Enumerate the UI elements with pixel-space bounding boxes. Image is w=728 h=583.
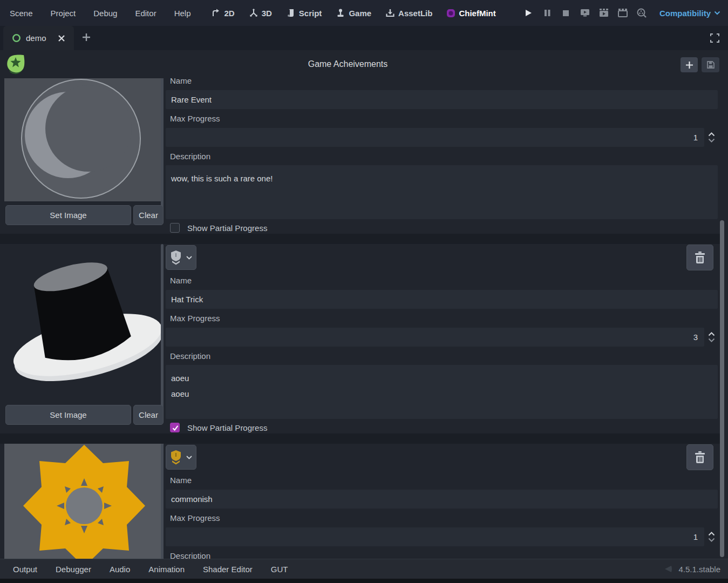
max-progress-spinbox[interactable]: [166, 328, 704, 347]
gold-badge-icon: [170, 450, 182, 465]
panel-title: Game Acheivements: [0, 59, 728, 69]
achievement-image-top-hat: [4, 244, 164, 401]
menu-scene[interactable]: Scene: [5, 6, 37, 20]
play-button[interactable]: [522, 7, 534, 19]
delete-achievement-button[interactable]: [686, 245, 713, 270]
bottom-tab-audio[interactable]: Audio: [106, 563, 133, 575]
name-label: Name: [170, 78, 192, 85]
2d-icon: [211, 8, 221, 18]
name-input[interactable]: [166, 290, 718, 309]
assetlib-icon: [385, 8, 395, 18]
spin-down-icon[interactable]: [708, 538, 715, 542]
add-achievement-button[interactable]: [681, 57, 698, 72]
3d-icon: [249, 8, 258, 18]
pause-button[interactable]: [541, 7, 553, 19]
add-tab-button[interactable]: [81, 32, 92, 43]
max-progress-spinbox[interactable]: [166, 128, 704, 147]
chevron-down-icon: [186, 256, 192, 260]
check-icon: [172, 424, 179, 431]
script-icon: [286, 8, 296, 18]
stop-button[interactable]: [560, 7, 572, 19]
renderer-selector[interactable]: Compatibility: [659, 9, 720, 18]
achievements-scroll-area[interactable]: Set Image Clear Name Max Progress Descri…: [0, 78, 728, 559]
menu-debug[interactable]: Debug: [89, 6, 121, 20]
set-image-button[interactable]: Set Image: [5, 205, 131, 225]
godot-editor-window: Scene Project Debug Editor Help 2D 3D: [0, 0, 728, 583]
spin-up-icon[interactable]: [708, 532, 715, 536]
badge-dropdown-silver[interactable]: [166, 245, 196, 270]
chiefmint-icon: [446, 9, 455, 18]
bottom-tab-output[interactable]: Output: [10, 563, 40, 575]
main-menus: Scene Project Debug Editor Help: [0, 6, 195, 20]
version-label: 4.5.1.stable: [678, 565, 720, 574]
workspace-game-button[interactable]: Game: [334, 6, 373, 20]
menu-editor[interactable]: Editor: [131, 6, 160, 20]
name-input[interactable]: [166, 90, 718, 109]
spin-down-icon[interactable]: [708, 338, 715, 342]
show-partial-label: Show Partial Progress: [187, 423, 267, 432]
show-partial-checkbox[interactable]: [170, 223, 180, 233]
clear-image-button[interactable]: Clear: [133, 205, 164, 225]
trash-icon: [694, 451, 706, 464]
badge-dropdown-gold[interactable]: [166, 445, 196, 470]
window-bottom-edge: [0, 579, 728, 583]
max-progress-label: Max Progress: [170, 513, 220, 523]
bottom-tab-animation[interactable]: Animation: [145, 563, 188, 575]
set-image-button[interactable]: Set Image: [5, 405, 131, 425]
image-scrollbar[interactable]: [161, 444, 164, 559]
description-textarea[interactable]: aoeu aoeu: [166, 365, 718, 419]
movie-maker-button[interactable]: [617, 7, 629, 19]
spin-up-icon[interactable]: [708, 332, 715, 336]
name-input[interactable]: [166, 490, 718, 509]
bottom-tab-shader-editor[interactable]: Shader Editor: [200, 563, 256, 575]
spin-up-icon[interactable]: [708, 132, 715, 137]
save-achievements-button[interactable]: [702, 57, 719, 72]
delete-achievement-button[interactable]: [686, 444, 713, 470]
run-current-scene-button[interactable]: [579, 7, 591, 19]
description-textarea[interactable]: wow, this is such a rare one!: [166, 165, 718, 219]
workspace-chiefmint-button[interactable]: ChiefMint: [444, 6, 498, 20]
clear-image-button[interactable]: Clear: [133, 405, 164, 425]
max-progress-spinbox[interactable]: [166, 527, 704, 546]
spinbox-arrows: [706, 128, 717, 147]
entry-divider: [0, 433, 720, 444]
achievement-image-crescent-moon: [4, 78, 164, 201]
run-specific-scene-button[interactable]: [598, 7, 610, 19]
scene-node-icon: [12, 33, 21, 43]
name-label: Name: [170, 276, 192, 285]
entry-divider: [0, 234, 720, 244]
menu-project[interactable]: Project: [46, 6, 80, 20]
profiler-reel-button[interactable]: [636, 7, 648, 19]
bottom-tab-debugger[interactable]: Debugger: [52, 563, 94, 575]
expand-panel-icon[interactable]: [710, 33, 719, 43]
workspace-switcher: 2D 3D Script Game: [209, 6, 498, 20]
vertical-scrollbar-thumb[interactable]: [720, 220, 724, 557]
menu-bar: Scene Project Debug Editor Help 2D 3D: [0, 0, 728, 26]
trash-icon: [694, 251, 706, 264]
achievements-panel: Game Acheivements Set Image: [0, 50, 728, 559]
bottom-tab-gut[interactable]: GUT: [268, 563, 291, 575]
menu-help[interactable]: Help: [170, 6, 195, 20]
image-scrollbar[interactable]: [161, 78, 164, 220]
tab-demo[interactable]: demo: [3, 26, 74, 50]
show-partial-label: Show Partial Progress: [187, 223, 267, 233]
workspace-3d-button[interactable]: 3D: [247, 6, 274, 20]
max-progress-label: Max Progress: [170, 314, 220, 323]
version-indicator: 4.5.1.stable: [663, 565, 720, 574]
description-label: Description: [170, 351, 210, 361]
max-progress-label: Max Progress: [170, 114, 220, 123]
show-partial-checkbox[interactable]: [170, 423, 180, 432]
silver-badge-icon: [170, 250, 182, 265]
achievement-image-eight-point-star: [4, 444, 164, 559]
workspace-assetlib-button[interactable]: AssetLib: [383, 6, 434, 20]
workspace-script-button[interactable]: Script: [284, 6, 324, 20]
godot-logo-icon: [663, 565, 673, 573]
image-scrollbar[interactable]: [161, 244, 164, 416]
game-icon: [336, 8, 345, 18]
workspace-2d-button[interactable]: 2D: [209, 6, 236, 20]
tab-label: demo: [26, 33, 46, 43]
close-icon[interactable]: [58, 35, 65, 42]
spin-down-icon[interactable]: [708, 138, 715, 143]
description-label: Description: [170, 152, 210, 161]
show-partial-progress-row: Show Partial Progress: [170, 422, 267, 433]
